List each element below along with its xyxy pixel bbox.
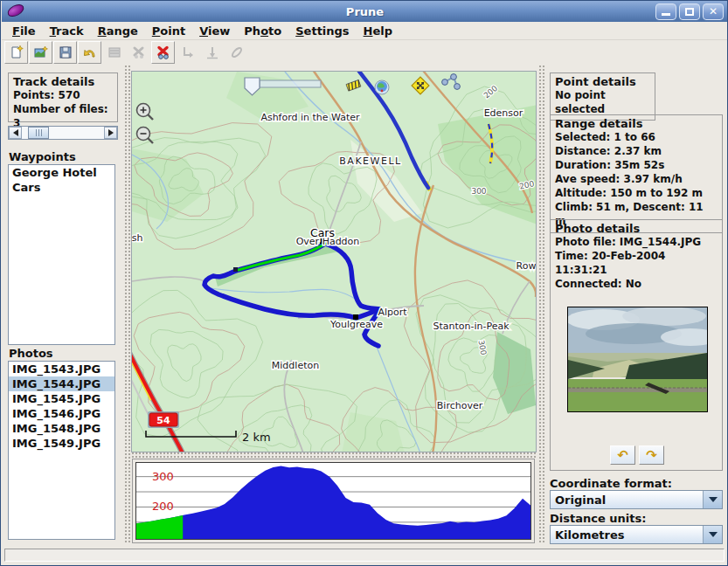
rotate-right-icon: ↷: [646, 449, 657, 462]
picnic-poi-icon: [346, 80, 361, 92]
place-label: Edensor: [484, 107, 523, 119]
photo-item[interactable]: IMG_1545.JPG: [9, 391, 114, 406]
waypoint-label-cars: Cars: [310, 226, 335, 239]
track-position-scrollbar[interactable]: [8, 126, 118, 140]
place-label: Rowsley: [517, 260, 537, 272]
left-arrow-icon: [10, 129, 18, 136]
place-label: Stanton-in-Peak: [433, 321, 510, 332]
viewpoint-poi-icon: [412, 77, 429, 94]
window-title: Prune: [2, 5, 728, 18]
contour-label: 300: [471, 187, 486, 196]
new-file-icon: [9, 45, 24, 60]
node-network-poi-icon: [442, 74, 461, 90]
svg-text:300: 300: [152, 470, 174, 483]
scrollbar-thumb[interactable]: [28, 127, 49, 139]
chevron-down-icon: [703, 491, 722, 508]
point-details-panel: Point details No point selected: [550, 72, 655, 121]
coordinate-format-value: Original: [551, 494, 703, 507]
set-range-start-icon: [180, 45, 196, 60]
photo-file: Photo file: IMG_1544.JPG: [555, 235, 718, 249]
save-button[interactable]: [53, 41, 77, 64]
distance-units-value: Kilometres: [551, 528, 703, 542]
map-view[interactable]: 2 km 54 Ashford in the Water BAKEWELL Ed…: [131, 71, 537, 452]
range-duration: Duration: 35m 52s: [555, 158, 718, 172]
set-range-start-button: [176, 41, 199, 64]
photo-item-selected[interactable]: IMG_1544.JPG: [9, 376, 114, 391]
rotate-right-button[interactable]: ↷: [639, 445, 664, 465]
track-details-panel: Track details Points: 570 Number of file…: [8, 72, 118, 122]
set-range-end-icon: [205, 45, 220, 60]
left-splitter[interactable]: [124, 65, 131, 544]
status-bar: [4, 549, 725, 562]
photos-title: Photos: [9, 347, 53, 360]
photo-item[interactable]: IMG_1549.JPG: [9, 436, 114, 451]
waypoint-item[interactable]: Cars: [9, 180, 114, 195]
connect-photo-icon: [229, 45, 245, 60]
connect-photo-button: [225, 41, 248, 64]
edit-point-button: [102, 41, 126, 64]
range-distance: Distance: 2.37 km: [555, 144, 718, 158]
altitude-profile-panel: 300200: [132, 459, 535, 543]
photo-connected: Connected: No: [555, 277, 718, 291]
right-splitter[interactable]: [538, 65, 545, 544]
contour-label: 200: [482, 84, 500, 100]
toolbar: [2, 40, 728, 65]
rotate-left-button[interactable]: ↶: [610, 445, 635, 465]
place-label: Birchover: [437, 400, 483, 411]
menu-file[interactable]: File: [5, 23, 43, 39]
altitude-profile-chart[interactable]: 300200: [135, 462, 531, 540]
menu-help[interactable]: Help: [357, 23, 399, 39]
menu-track[interactable]: Track: [43, 23, 91, 39]
rotate-left-icon: ↶: [617, 449, 628, 462]
distance-units-label: Distance units:: [550, 512, 646, 525]
delete-point-button: [127, 41, 150, 64]
menu-range[interactable]: Range: [91, 23, 145, 39]
save-icon: [58, 45, 73, 60]
menu-view[interactable]: View: [192, 23, 237, 39]
title-bar[interactable]: Prune ✕: [2, 1, 728, 22]
range-altitude: Altitude: 150 m to 192 m: [555, 186, 718, 200]
waypoint-item[interactable]: George Hotel: [9, 165, 114, 180]
point-details-title: Point details: [555, 75, 650, 88]
photo-item[interactable]: IMG_1546.JPG: [9, 406, 114, 421]
new-file-button[interactable]: [4, 41, 28, 64]
map-canvas: 2 km 54 Ashford in the Water BAKEWELL Ed…: [132, 72, 537, 452]
add-photo-icon: [33, 45, 49, 60]
set-range-end-button: [200, 41, 224, 64]
distance-units-select[interactable]: Kilometres: [550, 525, 723, 544]
photo-details-panel: Photo details Photo file: IMG_1544.JPG T…: [550, 219, 723, 471]
scale-label: 2 km: [242, 431, 271, 444]
photos-list[interactable]: IMG_1543.JPG IMG_1544.JPG IMG_1545.JPG I…: [8, 361, 115, 540]
waypoints-list[interactable]: George Hotel Cars: [8, 164, 115, 345]
delete-range-icon: [156, 45, 171, 60]
add-photo-button[interactable]: [29, 41, 52, 64]
app-window: Prune ✕ File Track Range Point View Phot…: [0, 0, 728, 566]
route-badge: 54: [148, 411, 179, 428]
zoom-out-button[interactable]: [137, 128, 154, 144]
photo-item[interactable]: IMG_1548.JPG: [9, 421, 114, 436]
svg-text:200: 200: [152, 500, 174, 513]
place-label: Youlgreave: [329, 319, 383, 330]
photo-item[interactable]: IMG_1543.JPG: [9, 362, 114, 376]
undo-button[interactable]: [78, 41, 101, 64]
track-points-count: Points: 570: [13, 88, 113, 102]
undo-icon: [82, 45, 98, 60]
right-arrow-icon: [108, 129, 117, 136]
track-details-title: Track details: [13, 75, 113, 88]
zoom-in-button[interactable]: [137, 104, 154, 121]
scroll-left-button[interactable]: [9, 127, 22, 139]
globe-poi-icon: [375, 80, 389, 94]
edit-point-icon: [107, 45, 122, 60]
place-label: Ashford in the Water: [260, 112, 360, 123]
menu-photo[interactable]: Photo: [237, 23, 288, 39]
map-profile-splitter[interactable]: [131, 452, 537, 459]
scroll-right-button[interactable]: [104, 127, 117, 139]
menu-settings[interactable]: Settings: [288, 23, 356, 39]
range-ave-speed: Ave speed: 3.97 km/h: [555, 172, 718, 186]
coordinate-format-select[interactable]: Original: [550, 490, 723, 509]
delete-range-button[interactable]: [151, 41, 175, 64]
scrollbar-channel[interactable]: [22, 127, 104, 139]
place-label: Middleton: [272, 360, 319, 371]
zoom-slider-track[interactable]: [260, 80, 321, 87]
menu-point[interactable]: Point: [145, 23, 192, 39]
